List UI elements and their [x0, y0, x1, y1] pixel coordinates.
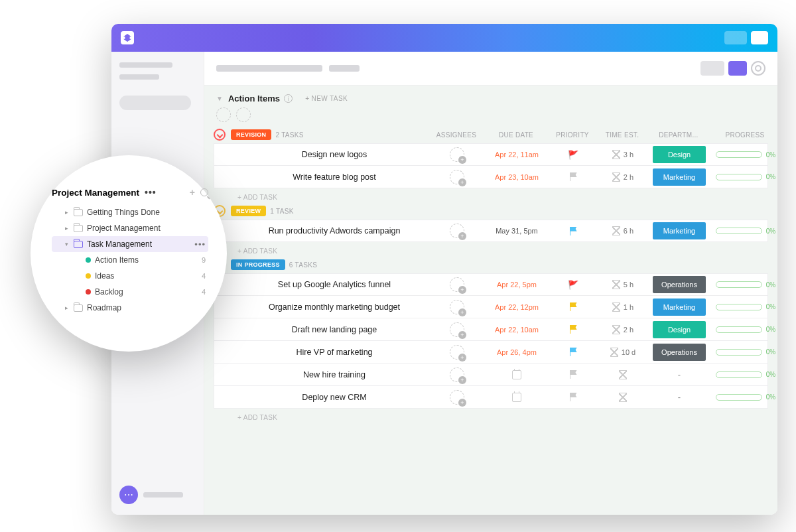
time-estimate[interactable]: 6 h — [612, 226, 633, 235]
time-estimate[interactable]: 2 h — [612, 172, 633, 182]
list-row[interactable]: Ideas4 — [52, 268, 208, 284]
progress-cell[interactable]: 0% — [709, 151, 777, 159]
progress-cell[interactable]: 0% — [709, 303, 777, 310]
task-row[interactable]: Design new logos Apr 22, 11am 🚩 3 h Desi… — [214, 143, 768, 166]
info-icon[interactable]: i — [284, 94, 293, 103]
assignee-add-icon[interactable] — [450, 390, 464, 405]
add-task-button[interactable]: + ADD TASK — [214, 409, 768, 424]
priority-flag-icon[interactable] — [570, 393, 577, 401]
progress-cell[interactable]: 0% — [709, 228, 777, 235]
due-date[interactable]: Apr 26, 4pm — [497, 348, 537, 356]
progress-cell[interactable]: 0% — [709, 173, 777, 180]
priority-flag-icon[interactable] — [570, 370, 577, 379]
time-estimate[interactable]: 3 h — [612, 150, 633, 159]
due-date[interactable]: Apr 22, 5pm — [497, 281, 537, 289]
add-task-button[interactable]: + ADD TASK — [214, 188, 768, 204]
assignee-add-icon[interactable] — [450, 300, 464, 314]
task-name[interactable]: Write feature blog post — [232, 172, 431, 182]
add-assignee-icon[interactable] — [236, 107, 251, 122]
folder-row[interactable]: ▸Project Management — [52, 220, 208, 236]
task-row[interactable]: Run productivity Adwords campaign May 31… — [214, 220, 768, 242]
time-estimate[interactable]: 2 h — [612, 325, 633, 334]
task-row[interactable]: Write feature blog post Apr 23, 10am 2 h… — [214, 166, 768, 188]
topbar-button-b[interactable] — [751, 31, 768, 44]
search-icon[interactable] — [200, 188, 208, 196]
task-row[interactable]: Deploy new CRM - 0% — [214, 386, 768, 409]
task-name[interactable]: Draft new landing page — [232, 325, 431, 334]
folder-row[interactable]: ▸Getting Things Done — [52, 204, 208, 220]
progress-cell[interactable]: 0% — [709, 348, 777, 356]
chat-button[interactable]: ⋯ — [119, 486, 138, 504]
dept-tag[interactable]: Design — [653, 146, 706, 163]
folder-row[interactable]: ▾Task Management••• — [52, 236, 208, 252]
priority-flag-icon[interactable] — [570, 348, 577, 356]
hourglass-icon[interactable] — [619, 370, 627, 379]
hourglass-icon[interactable] — [619, 393, 627, 402]
task-row[interactable]: New hire training - 0% — [214, 364, 768, 386]
dept-tag[interactable]: Operations — [653, 276, 706, 293]
folder-row[interactable]: ▸Roadmap — [52, 300, 208, 316]
assignee-add-icon[interactable] — [450, 367, 464, 382]
progress-cell[interactable]: 0% — [709, 371, 777, 378]
caret-down-icon[interactable]: ▼ — [216, 95, 223, 102]
assignee-add-icon[interactable] — [450, 277, 464, 292]
list-row[interactable]: Action Items9 — [52, 252, 208, 268]
task-name[interactable]: Design new logos — [232, 150, 431, 159]
assignee-add-icon[interactable] — [450, 345, 464, 360]
task-name[interactable]: Set up Google Analytics funnel — [232, 280, 431, 289]
assignee-add-icon[interactable] — [450, 224, 464, 238]
task-name[interactable]: Run productivity Adwords campaign — [232, 226, 431, 235]
more-icon[interactable]: ••• — [145, 187, 157, 198]
time-estimate[interactable]: 10 d — [610, 348, 635, 357]
assignee-add-icon[interactable] — [450, 147, 464, 162]
task-name[interactable]: Hire VP of marketing — [232, 348, 431, 357]
status-pill[interactable]: REVISION — [231, 129, 271, 140]
task-name[interactable]: Organize monthly marketing budget — [232, 302, 431, 312]
priority-flag-icon[interactable] — [570, 325, 577, 334]
dept-tag[interactable]: Marketing — [653, 299, 706, 316]
view-toggle-b[interactable] — [728, 61, 747, 76]
task-row[interactable]: Set up Google Analytics funnel Apr 22, 5… — [214, 273, 768, 296]
calendar-icon[interactable] — [512, 393, 521, 402]
add-task-button[interactable]: + ADD TASK — [214, 242, 768, 257]
status-pill[interactable]: REVIEW — [231, 206, 266, 216]
priority-flag-icon[interactable]: 🚩 — [568, 280, 578, 290]
dept-tag[interactable]: Marketing — [653, 168, 706, 186]
progress-cell[interactable]: 0% — [709, 393, 777, 401]
due-date[interactable]: Apr 22, 12pm — [495, 303, 539, 311]
more-icon[interactable]: ••• — [194, 239, 206, 249]
filter-icon[interactable] — [216, 107, 231, 122]
add-icon[interactable]: + — [190, 187, 195, 198]
time-estimate[interactable]: 1 h — [612, 302, 633, 312]
priority-flag-icon[interactable]: 🚩 — [568, 150, 578, 160]
calendar-icon[interactable] — [512, 370, 521, 379]
new-task-button[interactable]: + NEW TASK — [305, 95, 348, 102]
view-toggle-a[interactable] — [700, 61, 724, 76]
due-date[interactable]: Apr 23, 10am — [495, 173, 539, 181]
topbar-button-a[interactable] — [724, 31, 747, 44]
priority-flag-icon[interactable] — [570, 302, 577, 311]
dept-tag[interactable]: Marketing — [653, 222, 706, 239]
dept-tag[interactable]: Operations — [653, 344, 706, 361]
app-logo-icon[interactable] — [121, 31, 134, 44]
progress-cell[interactable]: 0% — [709, 281, 777, 289]
task-row[interactable]: Organize monthly marketing budget Apr 22… — [214, 296, 768, 318]
time-estimate[interactable]: 5 h — [612, 280, 633, 289]
group-toggle-icon[interactable] — [214, 129, 226, 141]
assignee-add-icon[interactable] — [450, 170, 464, 184]
task-name[interactable]: Deploy new CRM — [232, 393, 431, 402]
settings-icon[interactable] — [751, 61, 765, 76]
list-row[interactable]: Backlog4 — [52, 284, 208, 300]
dept-tag[interactable]: Design — [653, 321, 706, 338]
status-pill[interactable]: IN PROGRESS — [231, 259, 285, 270]
sidebar-search[interactable] — [119, 96, 191, 110]
priority-flag-icon[interactable] — [570, 227, 577, 235]
priority-flag-icon[interactable] — [570, 172, 577, 181]
due-date[interactable]: May 31, 5pm — [496, 227, 538, 235]
task-name[interactable]: New hire training — [232, 370, 431, 379]
task-row[interactable]: Draft new landing page Apr 22, 10am 2 h … — [214, 318, 768, 341]
task-row[interactable]: Hire VP of marketing Apr 26, 4pm 10 d Op… — [214, 341, 768, 364]
assignee-add-icon[interactable] — [450, 322, 464, 337]
due-date[interactable]: Apr 22, 10am — [495, 326, 539, 334]
progress-cell[interactable]: 0% — [709, 326, 777, 333]
